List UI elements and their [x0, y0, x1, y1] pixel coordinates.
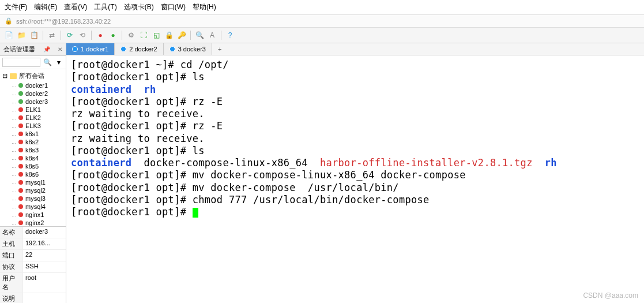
tab-status-icon: [120, 46, 126, 52]
tool-new-icon[interactable]: 📄: [3, 30, 14, 40]
menu-edit[interactable]: 编辑(E): [34, 2, 57, 12]
tool-expand2-icon[interactable]: ◱: [151, 30, 161, 40]
tool-arrows-icon[interactable]: ⇄: [47, 30, 57, 40]
tab-status-icon: [170, 46, 175, 52]
filter-icon[interactable]: ▾: [54, 58, 63, 67]
tree-item-ELK2[interactable]: …ELK2: [0, 114, 66, 122]
bullet-icon: …: [12, 156, 16, 161]
tree-item-label: nginx2: [25, 219, 44, 226]
menu-tabs[interactable]: 选项卡(B): [124, 2, 154, 12]
tree-item-k8s6[interactable]: …k8s6: [0, 170, 66, 178]
bullet-icon: …: [12, 140, 16, 145]
separator: [61, 31, 61, 40]
tree-item-ELK1[interactable]: …ELK1: [0, 106, 66, 114]
separator: [221, 31, 221, 40]
tree-item-label: ELK3: [25, 122, 41, 129]
status-icon: [18, 188, 23, 193]
tree-item-mysql2[interactable]: …mysql2: [0, 186, 66, 194]
bullet-icon: …: [12, 91, 16, 96]
tab-label: 3 docker3: [178, 46, 206, 53]
tree-item-ELK3[interactable]: …ELK3: [0, 122, 66, 130]
tool-key-icon[interactable]: 🔑: [176, 30, 187, 40]
sidebar-pin-icon[interactable]: 📌: [43, 46, 50, 53]
tool-lock-icon[interactable]: 🔒: [164, 30, 174, 40]
sidebar-search: 🔍 ▾: [0, 56, 66, 69]
tool-stop-icon[interactable]: ●: [95, 30, 106, 40]
tool-search-icon[interactable]: 🔍: [194, 30, 205, 40]
tool-expand-icon[interactable]: ⛶: [138, 30, 149, 40]
tree-item-k8s4[interactable]: …k8s4: [0, 154, 66, 162]
separator: [43, 31, 43, 40]
menu-window[interactable]: 窗口(W): [161, 2, 186, 12]
menu-view[interactable]: 查看(V): [64, 2, 87, 12]
tree-item-docker3[interactable]: …docker3: [0, 98, 66, 106]
tree-item-nginx2[interactable]: …nginx2: [0, 219, 66, 226]
sidebar-search-input[interactable]: [2, 58, 40, 67]
status-icon: [18, 115, 23, 120]
status-icon: [18, 124, 23, 128]
tool-help-icon[interactable]: ?: [225, 30, 235, 40]
sidebar-close-icon[interactable]: ✕: [58, 46, 62, 53]
tool-start-icon[interactable]: ●: [108, 30, 118, 40]
menu-help[interactable]: 帮助(H): [193, 2, 216, 12]
bullet-icon: …: [12, 164, 16, 169]
tree-item-mysql4[interactable]: …mysql4: [0, 203, 66, 211]
tab-docker3[interactable]: 3 docker3: [164, 43, 212, 55]
tree-item-mysql3[interactable]: …mysql3: [0, 194, 66, 203]
tool-font-icon[interactable]: A: [207, 30, 217, 40]
status-icon: [18, 99, 23, 104]
tool-folder-icon[interactable]: 📁: [16, 30, 27, 40]
tree-item-label: docker2: [25, 90, 48, 97]
status-icon: [18, 107, 23, 112]
menu-tools[interactable]: 工具(T): [94, 2, 116, 12]
menu-file[interactable]: 文件(F): [5, 2, 27, 12]
tool-gear-icon[interactable]: ⚙: [126, 30, 136, 40]
search-icon[interactable]: 🔍: [43, 58, 52, 67]
status-icon: [18, 212, 23, 217]
sidebar-title: 会话管理器: [3, 45, 35, 54]
tree-item-docker2[interactable]: …docker2: [0, 89, 66, 98]
cursor: [193, 208, 198, 218]
tree-item-docker1[interactable]: …docker1: [0, 81, 66, 89]
tree-item-k8s2[interactable]: …k8s2: [0, 138, 66, 146]
bullet-icon: …: [12, 172, 16, 177]
tree-item-nginx1[interactable]: …nginx1: [0, 211, 66, 219]
bullet-icon: …: [12, 83, 16, 88]
status-icon: [18, 164, 23, 169]
tool-refresh2-icon[interactable]: ⟲: [77, 30, 88, 40]
tree-item-mysql1[interactable]: …mysql1: [0, 178, 66, 186]
tree-item-label: k8s4: [25, 155, 39, 162]
tree-item-label: k8s5: [25, 163, 39, 170]
toolbar: 📄 📁 📋 ⇄ ⟳ ⟲ ● ● ⚙ ⛶ ◱ 🔒 🔑 🔍 A ?: [0, 28, 644, 43]
prop-user-label: 用户名: [0, 273, 23, 293]
tree-item-label: ELK2: [25, 114, 41, 121]
tree-item-label: mysql3: [25, 195, 46, 202]
bullet-icon: …: [12, 99, 16, 104]
terminal-line: [root@docker1 opt]# mv docker-compose /u…: [71, 182, 639, 194]
prop-host-value: 192.16...: [23, 238, 66, 249]
terminal[interactable]: [root@docker1 ~]# cd /opt/[root@docker1 …: [66, 55, 644, 303]
tool-refresh-icon[interactable]: ⟳: [65, 30, 75, 40]
terminal-line: [root@docker1 ~]# cd /opt/: [71, 59, 639, 71]
bullet-icon: …: [12, 212, 16, 218]
address-bar: 🔒 ssh://root:***@192.168.233.40:22: [0, 15, 644, 28]
tree-item-k8s1[interactable]: …k8s1: [0, 130, 66, 138]
bullet-icon: …: [12, 188, 16, 193]
bullet-icon: …: [12, 148, 16, 153]
tab-add-button[interactable]: +: [212, 43, 227, 55]
tool-copy-icon[interactable]: 📋: [29, 30, 39, 40]
tree-root[interactable]: ⊟ 所有会话: [0, 70, 66, 81]
tab-docker2[interactable]: 2 docker2: [115, 43, 163, 55]
session-props: 名称docker3 主机192.16... 端口22 协议SSH 用户名root…: [0, 226, 66, 303]
prop-desc-label: 说明: [0, 293, 23, 303]
address-text: ssh://root:***@192.168.233.40:22: [16, 18, 111, 25]
tree-item-label: ELK1: [25, 106, 41, 113]
terminal-line: [root@docker1 opt]# rz -E: [71, 120, 639, 132]
tree-item-k8s5[interactable]: …k8s5: [0, 162, 66, 170]
tree-item-k8s3[interactable]: …k8s3: [0, 146, 66, 154]
prop-name-value: docker3: [23, 227, 66, 238]
status-icon: [18, 196, 23, 201]
separator: [122, 31, 122, 40]
tab-docker1[interactable]: 1 docker1: [66, 43, 115, 55]
lock-icon: 🔒: [5, 17, 13, 25]
